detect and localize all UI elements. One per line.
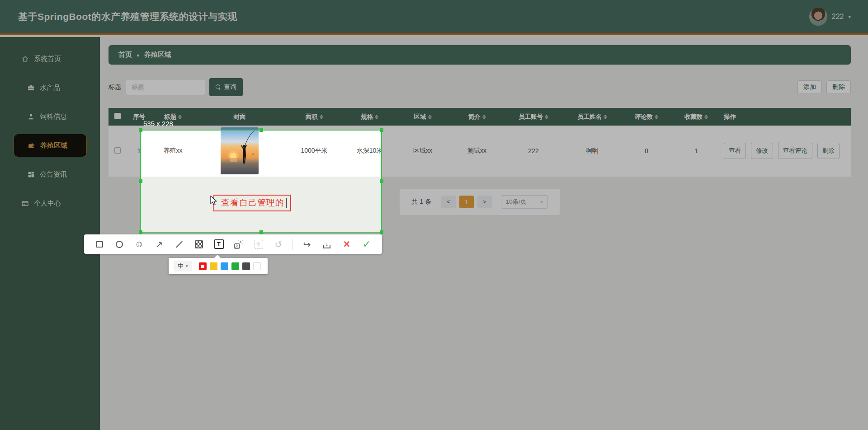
sidebar-item-label: 个人中心: [34, 199, 61, 208]
sidebar-item-breeding-area[interactable]: 养殖区域: [0, 131, 100, 160]
sidebar-item-aquatic-products[interactable]: 水产品: [0, 73, 100, 102]
row-checkbox[interactable]: [114, 147, 121, 154]
selection-size-label: 535 x 228: [143, 120, 173, 127]
current-page-button[interactable]: 1: [459, 196, 474, 208]
sort-icon[interactable]: [482, 115, 486, 119]
title-search-input[interactable]: [126, 79, 205, 95]
undo-tool-icon: ↺: [273, 238, 284, 250]
pagination: 共 1 条 < 1 > 10条/页 ▾: [400, 189, 560, 215]
resize-handle[interactable]: [139, 179, 142, 183]
breadcrumb-separator-icon: ●: [137, 52, 140, 58]
color-swatch-green[interactable]: [231, 262, 239, 270]
username: 222: [832, 13, 844, 21]
sidebar: 系统首页 水产品 饲料信息 养殖区域 公告资讯 个人中心: [0, 37, 100, 430]
sidebar-active-highlight: 养殖区域: [14, 134, 87, 157]
app-header: 基于SpringBoot的水产养殖管理系统的设计与实现 222 ▾: [0, 0, 868, 35]
color-swatch-gray[interactable]: [242, 262, 250, 270]
col-operations: 操作: [721, 108, 851, 126]
color-swatch-white[interactable]: [253, 262, 261, 270]
ocr-tool-icon: 文: [253, 238, 264, 250]
resize-handle[interactable]: [380, 179, 383, 183]
resize-handle[interactable]: [259, 230, 263, 234]
select-all-checkbox[interactable]: [114, 113, 121, 119]
col-favorites[interactable]: 收藏数: [671, 108, 721, 126]
col-comments[interactable]: 评论数: [622, 108, 671, 126]
user-menu[interactable]: 222 ▾: [809, 8, 851, 26]
annotation-toolbar: ☺ ↗ T A文 文 ↺ ↪ ↓ × ✓: [84, 234, 382, 254]
search-row: 标题 查询 添加 删除: [108, 78, 851, 96]
sort-icon[interactable]: [655, 115, 658, 119]
text-tool-icon[interactable]: T: [213, 238, 225, 250]
arrow-tool-icon[interactable]: ↗: [153, 238, 165, 250]
translate-tool-icon[interactable]: A文: [233, 238, 245, 250]
resize-handle[interactable]: [380, 230, 383, 234]
resize-handle[interactable]: [139, 230, 142, 234]
row-delete-button[interactable]: 删除: [817, 143, 840, 159]
query-button[interactable]: 查询: [209, 78, 243, 96]
avatar[interactable]: [809, 8, 827, 26]
chevron-down-icon: ▾: [848, 14, 851, 20]
grid-icon: [27, 171, 35, 178]
sort-icon[interactable]: [428, 115, 432, 119]
sort-icon[interactable]: [604, 115, 607, 119]
color-swatches: [199, 262, 261, 270]
delete-button[interactable]: 删除: [826, 80, 851, 94]
color-swatch-yellow[interactable]: [210, 262, 217, 270]
table-header-row: 序号 标题 封面 面积 规格 区域 简介 员工账号 员工姓名 评论数 收藏数 操…: [108, 108, 851, 126]
mosaic-tool-icon[interactable]: [193, 238, 205, 250]
chevron-down-icon: ▾: [541, 199, 543, 204]
line-tool-icon[interactable]: [173, 238, 185, 250]
cell-comment-count: 0: [622, 126, 671, 177]
screenshot-selection[interactable]: [140, 130, 382, 233]
share-tool-icon[interactable]: ↪: [301, 238, 313, 250]
idcard-icon: [21, 200, 29, 207]
sidebar-item-personal-center[interactable]: 个人中心: [0, 189, 100, 218]
sort-icon[interactable]: [704, 115, 708, 119]
mouse-cursor-icon: [209, 195, 219, 206]
view-button[interactable]: 查看: [724, 143, 746, 159]
top-actions: 添加 删除: [797, 80, 851, 94]
add-button[interactable]: 添加: [797, 80, 822, 94]
confirm-capture-icon[interactable]: ✓: [361, 238, 373, 250]
col-region[interactable]: 区域: [396, 108, 450, 126]
next-page-button[interactable]: >: [477, 196, 492, 208]
sort-icon[interactable]: [545, 115, 548, 119]
sidebar-item-home[interactable]: 系统首页: [0, 44, 100, 73]
col-intro[interactable]: 简介: [450, 108, 504, 126]
col-staff-account[interactable]: 员工账号: [504, 108, 563, 126]
col-area[interactable]: 面积: [285, 108, 344, 126]
view-comments-button[interactable]: 查看评论: [778, 143, 812, 159]
home-icon: [21, 55, 29, 63]
cancel-capture-icon[interactable]: ×: [341, 238, 353, 250]
breadcrumb-home[interactable]: 首页: [118, 51, 132, 59]
sidebar-item-label: 公告资讯: [40, 170, 67, 179]
resize-handle[interactable]: [259, 128, 263, 132]
text-annotation[interactable]: 查看自己管理的: [213, 195, 291, 211]
sort-icon[interactable]: [375, 115, 378, 119]
sort-icon[interactable]: [178, 115, 182, 119]
download-tool-icon[interactable]: ↓: [321, 238, 333, 250]
col-staff-name[interactable]: 员工姓名: [563, 108, 622, 126]
breadcrumb: 首页 ● 养殖区域: [108, 45, 851, 65]
page-size-select[interactable]: 10条/页 ▾: [501, 195, 548, 209]
resize-handle[interactable]: [380, 128, 383, 132]
color-swatch-red[interactable]: [199, 262, 207, 270]
cell-staff-account: 222: [504, 126, 563, 177]
col-spec[interactable]: 规格: [344, 108, 396, 126]
sort-icon[interactable]: [320, 115, 323, 119]
sidebar-item-feed-info[interactable]: 饲料信息: [0, 102, 100, 131]
font-size-select[interactable]: 中 ▾: [174, 261, 192, 271]
emoji-tool-icon[interactable]: ☺: [133, 238, 145, 250]
sidebar-item-label: 饲料信息: [40, 112, 67, 121]
search-field-label: 标题: [108, 83, 121, 91]
sidebar-item-announcements[interactable]: 公告资讯: [0, 160, 100, 189]
resize-handle[interactable]: [139, 128, 142, 132]
color-swatch-blue[interactable]: [221, 262, 228, 270]
page-title: 基于SpringBoot的水产养殖管理系统的设计与实现: [18, 10, 237, 23]
rectangle-tool-icon[interactable]: [94, 238, 105, 250]
prev-page-button[interactable]: <: [441, 196, 456, 208]
ellipse-tool-icon[interactable]: [113, 238, 125, 250]
edit-button[interactable]: 修改: [751, 143, 773, 159]
pagination-total: 共 1 条: [411, 198, 431, 206]
annotation-style-popup: 中 ▾: [169, 258, 268, 274]
